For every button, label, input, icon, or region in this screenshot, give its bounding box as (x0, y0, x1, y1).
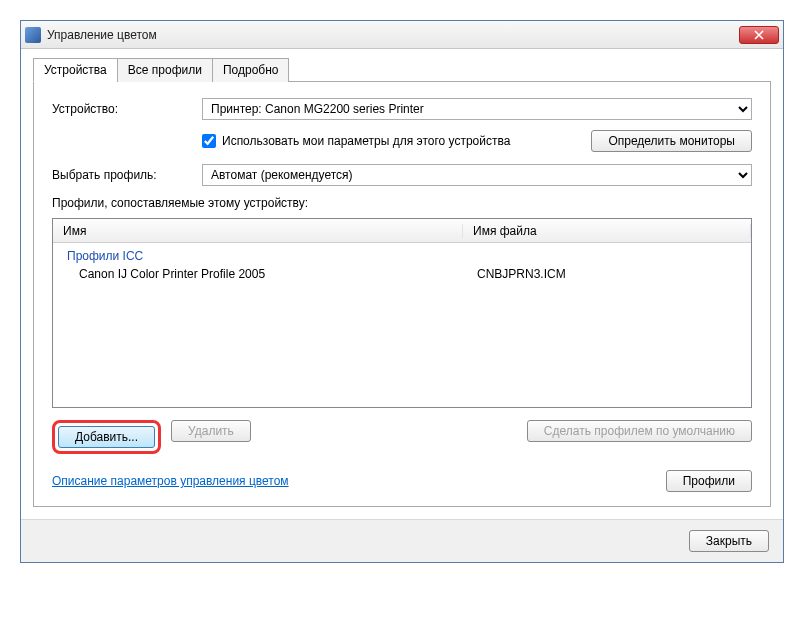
add-button[interactable]: Добавить... (58, 426, 155, 448)
profile-select[interactable]: Автомат (рекомендуется) (202, 164, 752, 186)
device-label: Устройство: (52, 102, 202, 116)
add-button-highlight: Добавить... (52, 420, 161, 454)
app-icon (25, 27, 41, 43)
list-group-icc: Профили ICC (53, 247, 751, 265)
window-title: Управление цветом (47, 28, 739, 42)
content-area: Устройства Все профили Подробно Устройст… (21, 49, 783, 519)
profile-file: CNBJPRN3.ICM (463, 267, 751, 281)
color-management-window: Управление цветом Устройства Все профили… (20, 20, 784, 563)
use-my-settings-label[interactable]: Использовать мои параметры для этого уст… (202, 134, 581, 148)
profiles-list-caption: Профили, сопоставляемые этому устройству… (52, 196, 752, 210)
close-icon[interactable] (739, 26, 779, 44)
help-link[interactable]: Описание параметров управления цветом (52, 474, 289, 488)
tab-strip: Устройства Все профили Подробно (33, 57, 771, 82)
identify-monitors-button[interactable]: Определить мониторы (591, 130, 752, 152)
close-button[interactable]: Закрыть (689, 530, 769, 552)
bottom-bar: Закрыть (21, 519, 783, 562)
tab-body: Устройство: Принтер: Canon MG2200 series… (33, 82, 771, 507)
device-select[interactable]: Принтер: Canon MG2200 series Printer (202, 98, 752, 120)
titlebar[interactable]: Управление цветом (21, 21, 783, 49)
list-item[interactable]: Canon IJ Color Printer Profile 2005 CNBJ… (53, 265, 751, 283)
profile-select-label: Выбрать профиль: (52, 168, 202, 182)
tab-devices[interactable]: Устройства (33, 58, 118, 82)
set-default-button: Сделать профилем по умолчанию (527, 420, 752, 442)
col-header-file[interactable]: Имя файла (463, 224, 751, 238)
listview-header: Имя Имя файла (53, 219, 751, 243)
profiles-listview[interactable]: Имя Имя файла Профили ICC Canon IJ Color… (52, 218, 752, 408)
col-header-name[interactable]: Имя (53, 224, 463, 238)
tab-advanced[interactable]: Подробно (212, 58, 290, 82)
remove-button: Удалить (171, 420, 251, 442)
tab-all-profiles[interactable]: Все профили (117, 58, 213, 82)
profiles-button[interactable]: Профили (666, 470, 752, 492)
profile-name: Canon IJ Color Printer Profile 2005 (53, 267, 463, 281)
use-my-settings-checkbox[interactable] (202, 134, 216, 148)
